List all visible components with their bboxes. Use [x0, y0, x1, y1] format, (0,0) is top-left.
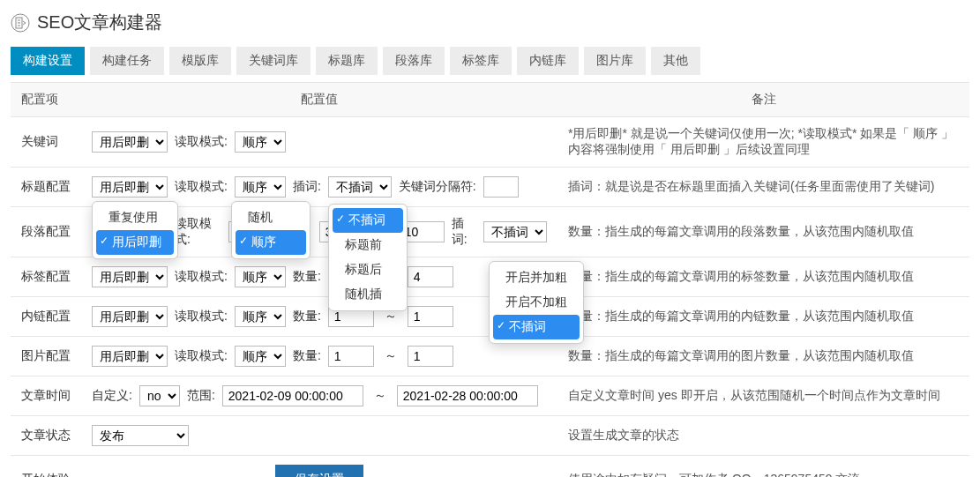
- row-label: 标题配置: [11, 168, 81, 207]
- page-header: SEO文章构建器: [11, 11, 969, 34]
- image-qty-max[interactable]: [408, 346, 453, 367]
- row-label: 开始体验: [11, 456, 81, 478]
- row-note: *用后即删* 就是说一个关键词仅使用一次; *读取模式* 如果是「 顺序 」内容…: [557, 117, 969, 168]
- tab-link-lib[interactable]: 内链库: [517, 47, 579, 75]
- time-custom-select[interactable]: no: [139, 385, 180, 406]
- dropdown-item-random[interactable]: 随机: [236, 205, 306, 230]
- row-note: 数量：指生成的每篇文章调用的段落数量，从该范围内随机取值: [557, 207, 969, 257]
- tab-title-lib[interactable]: 标题库: [316, 47, 378, 75]
- time-to-input[interactable]: [397, 385, 538, 406]
- row-note: 自定义文章时间 yes 即开启，从该范围随机一个时间点作为文章时间: [557, 376, 969, 416]
- dropdown-item-random-insert[interactable]: 随机插: [333, 282, 403, 307]
- delimiter-label: 关键词分隔符:: [399, 179, 476, 195]
- row-label: 文章时间: [11, 376, 81, 416]
- image-readmode-select[interactable]: 顺序: [235, 346, 286, 367]
- qty-label: 数量:: [293, 269, 321, 285]
- col-value: 配置值: [81, 83, 557, 117]
- row-label: 标签配置: [11, 257, 81, 297]
- app-icon: [11, 13, 30, 33]
- range-label: 范围:: [187, 388, 215, 404]
- tilde: ～: [381, 348, 400, 364]
- custom-label: 自定义:: [92, 388, 132, 404]
- dropdown-item-before-title[interactable]: 标题前: [333, 233, 403, 257]
- time-from-input[interactable]: [222, 385, 363, 406]
- col-note: 备注: [557, 83, 969, 117]
- dropdown-insert-title: 不插词 标题前 标题后 随机插: [328, 204, 408, 311]
- row-label: 内链配置: [11, 297, 81, 337]
- row-start: 开始体验 保存设置 使用途中如有疑问，可加作者 QQ：1365975459 交流: [11, 456, 969, 478]
- row-time: 文章时间 自定义: no 范围: ～ 自定义文章时间 yes 即开启，从该范围随…: [11, 376, 969, 416]
- link-mode-select[interactable]: 用后即删: [92, 306, 168, 327]
- row-tag: 标签配置 用后即删 读取模式: 顺序 数量: ～ 开启并加粗 开启不加粗 不插词: [11, 257, 969, 297]
- row-keyword: 关键词 用后即删 读取模式: 顺序 *用后即删* 就是说一个关键词仅使用一次; …: [11, 117, 969, 168]
- settings-table: 配置项 配置值 备注 关键词 用后即删 读取模式: 顺序 *用后即删* 就是说一…: [11, 82, 969, 477]
- row-label: 关键词: [11, 117, 81, 168]
- tag-mode-select[interactable]: 用后即删: [92, 266, 168, 287]
- tilde: ～: [370, 388, 390, 404]
- keyword-mode-select[interactable]: 用后即删: [92, 131, 168, 153]
- tab-keyword-lib[interactable]: 关键词库: [236, 47, 310, 75]
- insert-label: 插词:: [452, 216, 476, 248]
- row-note: 插词：就是说是否在标题里面插入关键词(任务里面需使用了关键词): [557, 168, 969, 207]
- row-label: 图片配置: [11, 337, 81, 376]
- tab-image-lib[interactable]: 图片库: [584, 47, 646, 75]
- delimiter-input[interactable]: [483, 176, 519, 198]
- page-title: SEO文章构建器: [37, 11, 162, 34]
- tag-qty-max[interactable]: [408, 266, 453, 287]
- read-mode-label: 读取模式:: [175, 269, 228, 285]
- tag-readmode-select[interactable]: 顺序: [235, 266, 286, 287]
- link-qty-max[interactable]: [408, 306, 453, 327]
- tab-build-tasks[interactable]: 构建任务: [90, 47, 164, 75]
- row-note: 数量：指生成的每篇文章调用的内链数量，从该范围内随机取值: [557, 297, 969, 337]
- qty-label: 数量:: [293, 309, 321, 324]
- dropdown-mode: 重复使用 用后即删: [92, 201, 178, 259]
- dropdown-item-noinsert[interactable]: 不插词: [333, 208, 403, 233]
- col-label: 配置项: [11, 83, 81, 117]
- read-mode-label: 读取模式:: [175, 348, 228, 364]
- row-label: 段落配置: [11, 207, 81, 257]
- tab-other[interactable]: 其他: [651, 47, 700, 75]
- dropdown-item-after-title[interactable]: 标题后: [333, 257, 403, 282]
- dropdown-item-delete[interactable]: 用后即删: [96, 230, 174, 255]
- dropdown-readmode: 随机 顺序: [231, 201, 310, 259]
- title-readmode-select[interactable]: 顺序: [235, 176, 286, 198]
- qty-label: 数量:: [293, 348, 321, 364]
- dropdown-item-noinsert[interactable]: 不插词: [493, 315, 580, 339]
- tab-paragraph-lib[interactable]: 段落库: [383, 47, 445, 75]
- link-readmode-select[interactable]: 顺序: [235, 306, 286, 327]
- row-note: 使用途中如有疑问，可加作者 QQ：1365975459 交流: [557, 456, 969, 478]
- row-title: 标题配置 用后即删 读取模式: 顺序 插词: 不插词 关键词分隔符: 重复使用 …: [11, 168, 969, 207]
- read-mode-label: 读取模式:: [175, 179, 228, 195]
- title-mode-select[interactable]: 用后即删: [92, 176, 168, 198]
- read-mode-label: 读取模式:: [175, 216, 221, 248]
- row-status: 文章状态 发布 设置生成文章的状态: [11, 416, 969, 456]
- read-mode-label: 读取模式:: [175, 309, 228, 324]
- tabs: 构建设置 构建任务 模版库 关键词库 标题库 段落库 标签库 内链库 图片库 其…: [11, 47, 969, 75]
- read-mode-label: 读取模式:: [175, 134, 228, 150]
- dropdown-item-on-bold[interactable]: 开启并加粗: [493, 265, 580, 290]
- dropdown-item-reuse[interactable]: 重复使用: [96, 205, 174, 230]
- dropdown-item-order[interactable]: 顺序: [236, 230, 306, 255]
- save-button[interactable]: 保存设置: [275, 465, 363, 477]
- status-select[interactable]: 发布: [92, 425, 189, 446]
- row-label: 文章状态: [11, 416, 81, 456]
- row-note: 设置生成文章的状态: [557, 416, 969, 456]
- row-note: 数量：指生成的每篇文章调用的图片数量，从该范围内随机取值: [557, 337, 969, 376]
- dropdown-item-on-nobold[interactable]: 开启不加粗: [493, 290, 580, 315]
- keyword-readmode-select[interactable]: 顺序: [235, 131, 286, 153]
- insert-label: 插词:: [293, 179, 321, 195]
- image-qty-min[interactable]: [328, 346, 374, 367]
- tab-build-settings[interactable]: 构建设置: [11, 47, 85, 75]
- title-insert-select[interactable]: 不插词: [328, 176, 392, 198]
- dropdown-bold: 开启并加粗 开启不加粗 不插词: [489, 261, 584, 344]
- row-note: 数量：指生成的每篇文章调用的标签数量，从该范围内随机取值: [557, 257, 969, 297]
- tab-template-lib[interactable]: 模版库: [169, 47, 231, 75]
- image-mode-select[interactable]: 用后即删: [92, 346, 168, 367]
- paragraph-insert-select[interactable]: 不插词: [483, 221, 547, 242]
- tab-tag-lib[interactable]: 标签库: [450, 47, 512, 75]
